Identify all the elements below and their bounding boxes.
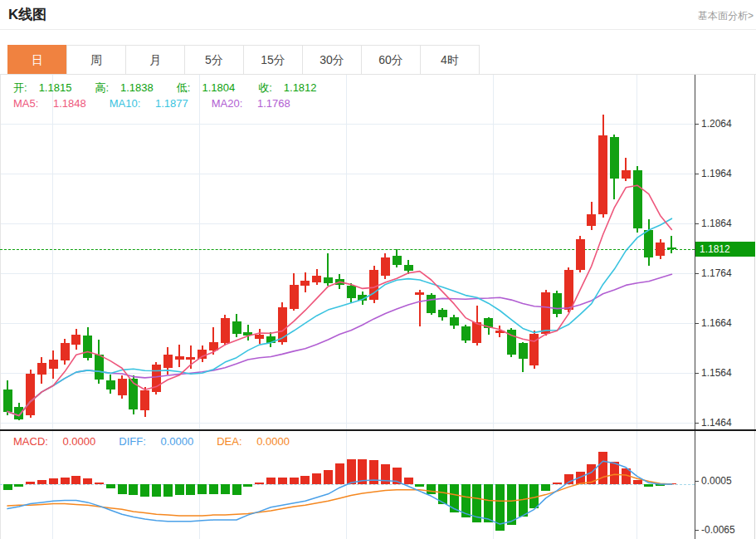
diff-label: DIFF: (119, 435, 146, 448)
candle-body (140, 390, 149, 410)
macd-label: 0.0005 (701, 475, 732, 487)
macd-bar (381, 464, 390, 484)
ohlc-readout: 开:1.1815高:1.1838低:1.1804收:1.1812 (13, 81, 340, 96)
candle-body (393, 256, 402, 265)
candle-body (118, 379, 127, 395)
macd-bar (484, 484, 493, 522)
h-gridline (0, 174, 695, 174)
v-gridline (637, 75, 637, 539)
macd-bar (49, 478, 58, 484)
dea-label: DEA: (217, 435, 241, 448)
high-value: 1.1838 (120, 81, 154, 94)
dea-value: 0.0000 (256, 435, 290, 448)
macd-bar (278, 478, 287, 484)
ma10-value: 1.1877 (155, 97, 188, 110)
v-gridline (199, 75, 200, 539)
macd-bar (576, 472, 585, 484)
macd-bar (358, 459, 367, 484)
candle-body (243, 332, 252, 336)
candle-body (312, 276, 321, 282)
macd-bar (152, 484, 161, 497)
candle-body (198, 350, 207, 359)
macd-bar (83, 478, 92, 484)
macd-bar (519, 484, 528, 517)
candle-body (598, 135, 607, 214)
high-label: 高: (95, 81, 109, 94)
low-label: 低: (177, 81, 191, 94)
macd-label: -0.0065 (701, 524, 735, 536)
price-label: 1.1964 (701, 168, 732, 179)
macd-bar (587, 464, 596, 484)
macd-bar (243, 484, 252, 487)
candle-body (83, 336, 92, 357)
current-price-tag: 1.1812 (695, 242, 755, 257)
macd-bar (461, 484, 471, 517)
candle-body (450, 317, 459, 326)
macd-bar (266, 478, 276, 484)
macd-bar (347, 459, 356, 484)
h-gridline (0, 124, 695, 125)
price-tick (695, 373, 699, 374)
macd-bar (232, 484, 241, 495)
candle-body (507, 330, 516, 355)
macd-bar (507, 484, 516, 525)
h-gridline (0, 273, 695, 274)
macd-bar (129, 484, 138, 495)
candle-body (106, 380, 115, 390)
macd-bar (427, 484, 436, 494)
macd-bar (221, 484, 230, 494)
candle-body (278, 307, 287, 341)
candle-body (129, 379, 138, 409)
candle-body (266, 336, 276, 343)
price-tick (695, 223, 699, 224)
candle-wick (419, 290, 421, 326)
candle-body (438, 310, 447, 317)
current-price-dashed-line (0, 249, 695, 250)
candle-wick (671, 236, 672, 252)
candle-body (61, 343, 70, 361)
macd-bar (656, 484, 665, 486)
candle-body (209, 342, 218, 350)
candle-body (427, 295, 436, 313)
macd-bar (300, 476, 310, 484)
ma5-label: MA5: (13, 97, 38, 110)
candle-body (564, 270, 573, 310)
macd-bar (312, 473, 321, 484)
macd-bar (529, 484, 539, 508)
candle-body (3, 390, 12, 411)
candle-body (541, 292, 550, 334)
candle-body (232, 321, 241, 334)
macd-bar (255, 483, 264, 484)
ma20-value: 1.1768 (257, 97, 290, 110)
candle-body (404, 265, 413, 271)
macd-bar (3, 484, 12, 490)
candle-body (644, 230, 653, 257)
macd-bar (541, 484, 550, 491)
macd-bar (404, 478, 413, 484)
macd-value: 0.0000 (63, 435, 96, 448)
candle-body (495, 331, 505, 333)
macd-bar (118, 484, 127, 494)
h-gridline (0, 423, 695, 424)
price-tick (695, 124, 699, 125)
macd-bar (415, 484, 424, 487)
candle-body (71, 335, 80, 345)
candle-body (472, 322, 481, 343)
candle-body (358, 295, 367, 301)
macd-bar (209, 484, 218, 494)
kline-chart-widget: K线图 基本面分析> 日周月5分15分30分60分4时 开:1.1815高:1.… (0, 0, 756, 539)
left-border (0, 75, 1, 539)
candle-body (221, 318, 230, 343)
chart-canvas[interactable]: 开:1.1815高:1.1838低:1.1804收:1.1812 MA5: 1.… (0, 0, 756, 539)
candle-body (300, 281, 310, 286)
price-label: 1.1764 (701, 267, 732, 279)
macd-bar (393, 468, 402, 484)
close-value: 1.1812 (284, 81, 317, 94)
macd-zero-dashed-line (0, 484, 695, 485)
macd-bar (644, 484, 653, 487)
candle-body (622, 170, 631, 179)
candle-body (381, 257, 390, 276)
candle-body (576, 239, 585, 270)
candle-body (324, 277, 333, 283)
candle-body (610, 137, 619, 179)
